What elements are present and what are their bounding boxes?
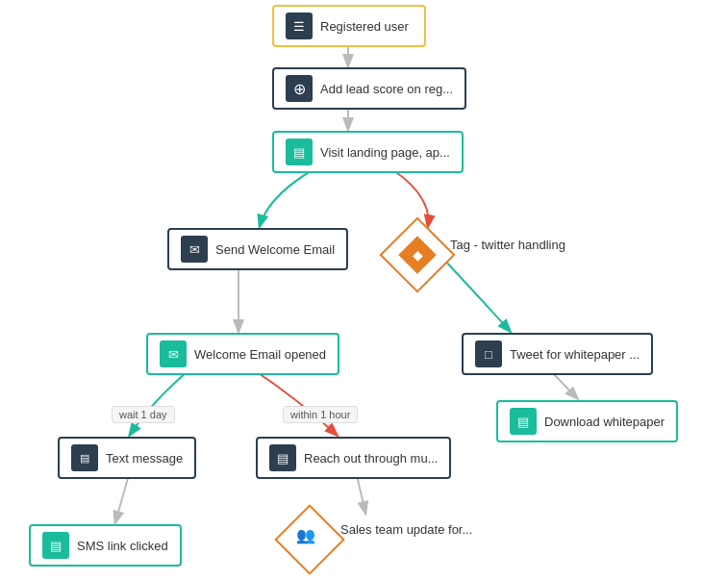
text-message-node[interactable]: ▤ Text message <box>58 437 196 479</box>
download-icon: ▤ <box>510 408 537 435</box>
download-whitepaper-node[interactable]: ▤ Download whitepaper <box>496 400 678 442</box>
sms-clicked-node[interactable]: ▤ SMS link clicked <box>29 524 182 567</box>
send-welcome-label: Send Welcome Email <box>215 242 335 257</box>
welcome-opened-label: Welcome Email opened <box>194 347 326 362</box>
email-open-icon: ✉ <box>160 340 187 367</box>
reach-out-node[interactable]: ▤ Reach out through mu... <box>256 437 451 479</box>
registered-user-label: Registered user <box>320 19 409 34</box>
plus-circle-icon: ⊕ <box>286 75 313 102</box>
add-lead-score-node[interactable]: ⊕ Add lead score on reg... <box>272 67 466 110</box>
workflow-canvas: ☰ Registered user ⊕ Add lead score on re… <box>0 0 728 580</box>
sms-icon: ▤ <box>71 444 98 471</box>
tag-icon: ◆ <box>413 247 423 263</box>
tweet-whitepaper-label: Tweet for whitepaper ... <box>510 347 640 362</box>
list-icon: ☰ <box>286 13 313 39</box>
tag-twitter-label: Tag - twitter handling <box>450 238 565 252</box>
visit-landing-label: Visit landing page, ap... <box>320 145 450 160</box>
sales-team-label: Sales team update for... <box>340 522 472 537</box>
welcome-opened-node[interactable]: ✉ Welcome Email opened <box>146 333 339 375</box>
multichannel-icon: ▤ <box>269 444 296 471</box>
send-welcome-node[interactable]: ✉ Send Welcome Email <box>167 228 348 270</box>
registered-user-node[interactable]: ☰ Registered user <box>272 5 426 47</box>
download-whitepaper-label: Download whitepaper <box>544 415 665 429</box>
add-lead-score-label: Add lead score on reg... <box>320 82 453 96</box>
wait-1-day-label: wait 1 day <box>112 406 175 423</box>
sms-click-icon: ▤ <box>42 532 69 559</box>
tweet-icon: □ <box>475 340 502 367</box>
tweet-whitepaper-node[interactable]: □ Tweet for whitepaper ... <box>462 333 653 375</box>
sms-clicked-label: SMS link clicked <box>77 539 168 553</box>
people-icon: 👥 <box>296 526 315 544</box>
visit-landing-node[interactable]: ▤ Visit landing page, ap... <box>272 131 464 173</box>
reach-out-label: Reach out through mu... <box>304 451 438 466</box>
within-1-hour-label: within 1 hour <box>283 406 358 423</box>
email-icon: ✉ <box>181 236 208 263</box>
text-message-label: Text message <box>106 451 183 466</box>
page-icon: ▤ <box>286 139 313 165</box>
